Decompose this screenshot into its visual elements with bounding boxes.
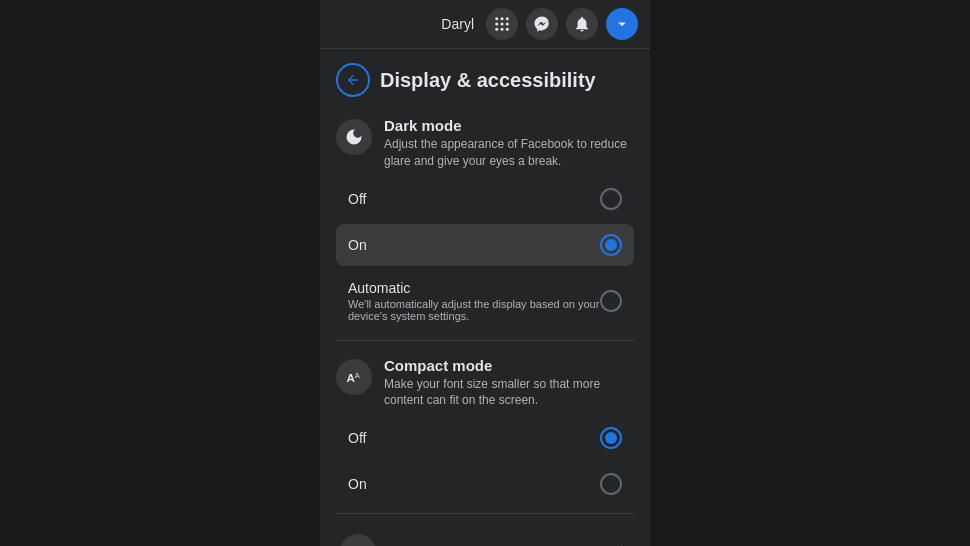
svg-point-2 (506, 17, 509, 20)
dark-mode-off-radio[interactable] (600, 188, 622, 210)
keyboard-icon (348, 542, 368, 546)
compact-mode-text: Compact mode Make your font size smaller… (384, 357, 634, 410)
dark-mode-title: Dark mode (384, 117, 634, 134)
compact-mode-section: A A Compact mode Make your font size sma… (336, 347, 634, 506)
settings-content: Dark mode Adjust the appearance of Faceb… (320, 107, 650, 546)
dark-mode-header: Dark mode Adjust the appearance of Faceb… (336, 107, 634, 178)
compact-mode-on-option[interactable]: On (336, 463, 634, 505)
svg-point-8 (506, 28, 509, 31)
compact-mode-icon-container: A A (336, 359, 372, 395)
dark-mode-off-label: Off (348, 191, 366, 207)
svg-point-4 (501, 23, 504, 26)
keyboard-icon-container (340, 534, 376, 546)
compact-mode-off-label: Off (348, 430, 366, 446)
dark-mode-auto-text: Automatic We'll automatically adjust the… (348, 280, 600, 322)
back-arrow-icon (345, 72, 361, 88)
notifications-icon (573, 15, 591, 33)
keyboard-left: Keyboard (340, 532, 452, 546)
compact-mode-on-label: On (348, 476, 367, 492)
text-size-icon: A A (344, 367, 364, 387)
compact-mode-on-radio[interactable] (600, 473, 622, 495)
apps-icon-button[interactable] (486, 8, 518, 40)
compact-mode-off-option[interactable]: Off (336, 417, 634, 459)
apps-icon (493, 15, 511, 33)
notifications-icon-button[interactable] (566, 8, 598, 40)
svg-point-6 (495, 28, 498, 31)
keyboard-row[interactable]: Keyboard (336, 520, 634, 546)
dark-mode-on-option[interactable]: On (336, 224, 634, 266)
svg-point-0 (495, 17, 498, 20)
dark-mode-on-radio[interactable] (600, 234, 622, 256)
dark-mode-auto-sub: We'll automatically adjust the display b… (348, 298, 600, 322)
keyboard-chevron (616, 542, 630, 546)
messenger-icon (533, 15, 551, 33)
section-divider-2 (336, 513, 634, 514)
compact-mode-off-radio[interactable] (600, 427, 622, 449)
dark-mode-section: Dark mode Adjust the appearance of Faceb… (336, 107, 634, 332)
svg-point-1 (501, 17, 504, 20)
dark-mode-desc: Adjust the appearance of Facebook to red… (384, 136, 634, 170)
svg-point-5 (506, 23, 509, 26)
topbar-username: Daryl (441, 16, 474, 32)
moon-icon (344, 127, 364, 147)
back-button[interactable] (336, 63, 370, 97)
topbar: Daryl (320, 0, 650, 49)
compact-mode-desc: Make your font size smaller so that more… (384, 376, 634, 410)
page-title: Display & accessibility (380, 69, 596, 92)
settings-panel: Daryl (320, 0, 650, 546)
outer-background: Daryl (0, 0, 970, 546)
page-header: Display & accessibility (320, 49, 650, 107)
compact-mode-header: A A Compact mode Make your font size sma… (336, 347, 634, 418)
chevron-right-icon (616, 542, 630, 546)
dark-mode-off-option[interactable]: Off (336, 178, 634, 220)
dark-mode-auto-radio[interactable] (600, 290, 622, 312)
chevron-down-icon (613, 15, 631, 33)
svg-text:A: A (355, 370, 360, 379)
messenger-icon-button[interactable] (526, 8, 558, 40)
dark-mode-auto-label: Automatic (348, 280, 600, 296)
dark-mode-auto-option[interactable]: Automatic We'll automatically adjust the… (336, 270, 634, 332)
svg-point-7 (501, 28, 504, 31)
dark-mode-icon-container (336, 119, 372, 155)
profile-dropdown-button[interactable] (606, 8, 638, 40)
svg-point-3 (495, 23, 498, 26)
dark-mode-on-label: On (348, 237, 367, 253)
section-divider-1 (336, 340, 634, 341)
compact-mode-title: Compact mode (384, 357, 634, 374)
dark-mode-text: Dark mode Adjust the appearance of Faceb… (384, 117, 634, 170)
